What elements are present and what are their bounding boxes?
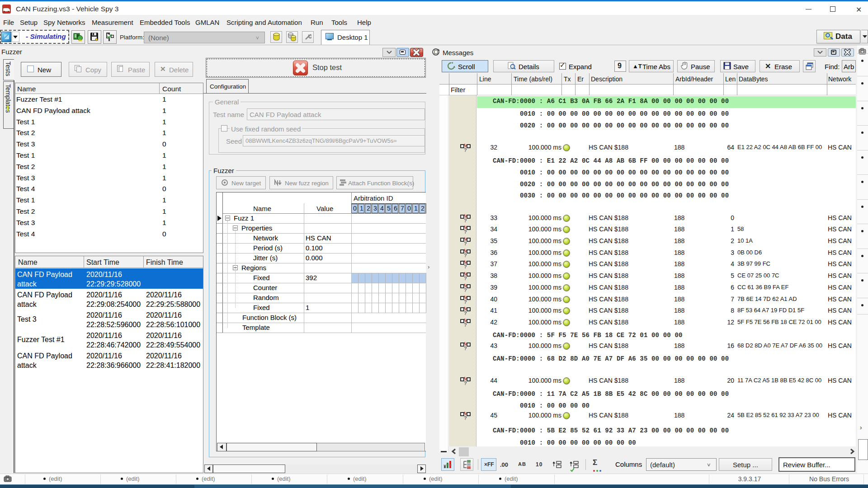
svg-text:?: ? (464, 218, 467, 223)
svg-text:?: ? (464, 276, 467, 281)
svg-text:?: ? (464, 380, 467, 386)
svg-text:?: ? (464, 264, 467, 269)
svg-text:?: ? (464, 147, 467, 153)
svg-text:?: ? (464, 415, 467, 421)
svg-text:?: ? (464, 229, 467, 235)
svg-text:?: ? (464, 299, 467, 305)
svg-text:?: ? (464, 310, 467, 316)
svg-text:?: ? (464, 253, 467, 258)
svg-text:?: ? (464, 322, 467, 328)
svg-text:?: ? (464, 346, 467, 351)
svg-text:?: ? (464, 241, 467, 246)
svg-text:?: ? (464, 287, 467, 293)
